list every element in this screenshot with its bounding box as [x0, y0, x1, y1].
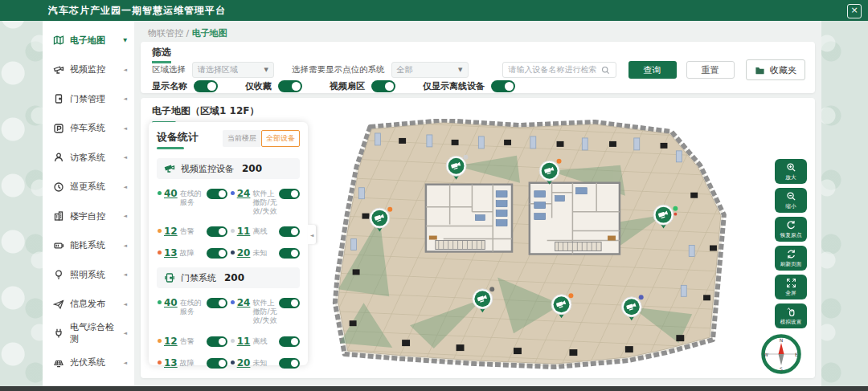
- status-dot: [231, 360, 235, 365]
- sidebar-item-emap[interactable]: 电子地图 ▼: [43, 26, 134, 55]
- stat-label: 离线: [252, 337, 279, 346]
- stat-value[interactable]: 40: [164, 188, 178, 199]
- breadcrumb-parent[interactable]: 物联管控: [148, 28, 183, 39]
- stat-toggle[interactable]: [279, 336, 300, 347]
- chevron-left-icon: ◄: [123, 272, 127, 278]
- zoom-in-button[interactable]: 放大: [775, 159, 807, 184]
- status-dot: [639, 295, 644, 299]
- cctv-icon: [53, 64, 64, 75]
- cctv-icon: [164, 163, 175, 174]
- chevron-down-icon: ▼: [123, 38, 127, 43]
- fullscreen-button[interactable]: 全屏: [775, 275, 807, 299]
- stats-title: 设备统计: [157, 130, 199, 149]
- stats-grid: 40 在线的服务 24 软件上撤防/无效/失效 12 告警: [157, 188, 300, 259]
- sidebar-item-label: 巡更系统: [70, 181, 105, 193]
- query-button[interactable]: 查询: [628, 61, 677, 79]
- show-names-toggle[interactable]: [194, 80, 218, 92]
- sidebar-item-publish[interactable]: 信息发布 ◄: [43, 290, 134, 320]
- stat-toggle[interactable]: [279, 226, 300, 237]
- region-select-value: 请选择区域: [198, 64, 238, 75]
- map-toolbar: 放大 缩小 恢复原点 刷新页面 全屏: [775, 159, 807, 328]
- status-dot: [158, 360, 162, 365]
- favorites-button[interactable]: 收藏夹: [746, 59, 805, 80]
- status-dot: [673, 206, 678, 211]
- stat-toggle[interactable]: [279, 189, 300, 199]
- stat-toggle[interactable]: [207, 226, 227, 237]
- door-access-icon: [53, 93, 64, 104]
- stat-value[interactable]: 24: [237, 297, 251, 308]
- stat-toggle[interactable]: [207, 336, 227, 347]
- stat-toggle[interactable]: [207, 358, 227, 369]
- sidebar-item-visitor[interactable]: 访客系统 ◄: [43, 143, 134, 173]
- section-door-system: 门禁系统 200: [157, 267, 300, 288]
- page-title: 汽车芯片产业园一期智慧运维管理平台: [48, 4, 226, 18]
- sidebar-item-parking[interactable]: 停车系统 ◄: [43, 114, 134, 144]
- stat-value[interactable]: 40: [164, 297, 178, 308]
- room-block-right: [530, 183, 620, 255]
- stat-value[interactable]: 13: [164, 357, 178, 369]
- stat-value[interactable]: 12: [164, 336, 178, 347]
- sidebar-item-door[interactable]: 门禁管理 ◄: [43, 84, 134, 114]
- close-icon[interactable]: ×: [847, 4, 862, 18]
- stat-value[interactable]: 20: [237, 247, 251, 259]
- tool-label: 模拟设置: [780, 318, 802, 326]
- stat-value[interactable]: 12: [164, 226, 178, 237]
- region-select-label: 区域选择: [152, 64, 186, 75]
- floor-map-3d[interactable]: [316, 119, 810, 375]
- tab-all-devices[interactable]: 全部设备: [261, 130, 300, 147]
- zoom-out-button[interactable]: 缩小: [775, 188, 807, 213]
- breadcrumb-separator: /: [186, 28, 190, 39]
- device-search-input[interactable]: 请输入设备名称进行检索: [502, 62, 616, 78]
- sidebar-item-patrol[interactable]: 巡更系统 ◄: [43, 173, 134, 202]
- zoom-out-icon: [786, 191, 796, 202]
- reset-origin-button[interactable]: 恢复原点: [775, 217, 807, 242]
- sidebar-item-solar[interactable]: 光伏系统 ◄: [43, 348, 134, 378]
- sidebar-item-electric[interactable]: 电气综合检测 ◄: [43, 319, 134, 348]
- stat-label: 故障: [180, 249, 207, 258]
- breadcrumb: 物联管控 / 电子地图: [148, 27, 227, 39]
- favorites-only-toggle[interactable]: [278, 80, 302, 92]
- stat-value[interactable]: 24: [237, 188, 251, 199]
- stat-label: 故障: [180, 359, 207, 368]
- stat-toggle[interactable]: [207, 248, 227, 259]
- stat-label: 未知: [252, 249, 279, 258]
- stat-toggle[interactable]: [279, 248, 300, 259]
- video-sector-toggle[interactable]: [371, 80, 395, 92]
- compass[interactable]: N E S W: [760, 333, 802, 375]
- status-dot: [158, 229, 162, 233]
- stats-collapse-handle[interactable]: ◄: [308, 225, 316, 244]
- sidebar-item-energy[interactable]: 能耗系统 ◄: [43, 231, 134, 261]
- stat-value[interactable]: 11: [237, 336, 251, 347]
- floor-map-area[interactable]: [316, 119, 810, 375]
- tab-current-floor[interactable]: 当前楼层: [223, 130, 261, 147]
- stat-value[interactable]: 11: [237, 226, 251, 237]
- sidebar-item-bas[interactable]: 楼宇自控 ◄: [43, 202, 134, 231]
- status-dot: [489, 287, 494, 291]
- refresh-page-button[interactable]: 刷新页面: [775, 246, 807, 271]
- filter-row: 区域选择 请选择区域 ▼ 选择需要显示点位的系统 全部 ▼ 请输入设备名称进行检…: [152, 61, 805, 79]
- visitor-icon: [53, 152, 64, 163]
- stat-toggle[interactable]: [279, 298, 300, 308]
- sidebar-item-video[interactable]: 视频监控 ◄: [43, 55, 134, 85]
- zoom-in-icon: [786, 162, 796, 173]
- toggle-favorites-only: 仅收藏: [245, 80, 302, 92]
- sidebar-item-label: 电子地图: [70, 35, 105, 47]
- stat-toggle[interactable]: [279, 358, 300, 369]
- offline-only-toggle[interactable]: [491, 80, 515, 92]
- reset-button[interactable]: 重置: [686, 61, 735, 79]
- simulate-settings-button[interactable]: 模拟设置: [775, 303, 807, 328]
- status-dot: [464, 155, 469, 160]
- stat-value[interactable]: 20: [237, 357, 251, 369]
- section-total: 200: [242, 163, 262, 174]
- status-dot: [231, 191, 235, 195]
- top-header: 汽车芯片产业园一期智慧运维管理平台 ×: [0, 0, 868, 21]
- stat-toggle[interactable]: [207, 189, 227, 199]
- system-select[interactable]: 全部 ▼: [391, 62, 469, 78]
- stat-row: 24 软件上撤防/无效/失效: [231, 297, 301, 324]
- region-select[interactable]: 请选择区域 ▼: [192, 62, 274, 78]
- stat-toggle[interactable]: [207, 298, 227, 308]
- stat-row: 11 离线: [231, 226, 301, 237]
- sidebar-item-label: 照明系统: [70, 269, 105, 281]
- stat-value[interactable]: 13: [164, 247, 178, 259]
- sidebar-item-lighting[interactable]: 照明系统 ◄: [43, 260, 134, 290]
